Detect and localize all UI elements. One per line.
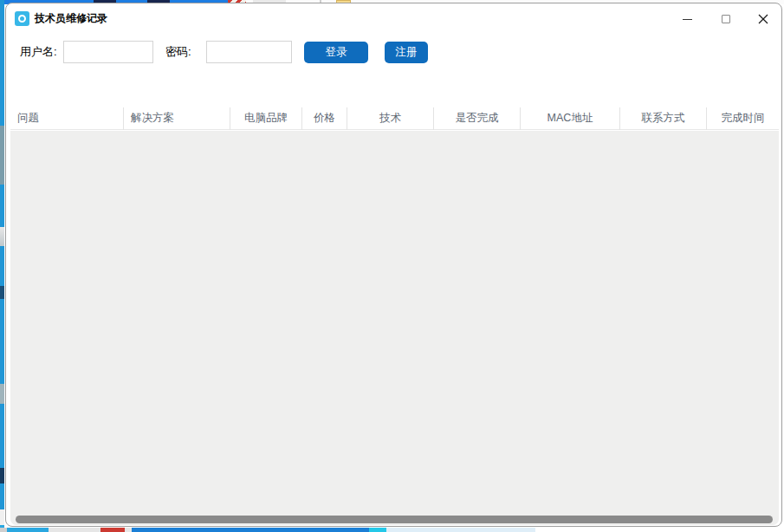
desktop: 技术员维修记录 用户名: 密码: 登录 注册 问题 解决方案 电脑品牌 价格 [0,0,784,532]
close-icon [758,14,768,24]
background-window-fragment [7,528,49,532]
column-header-problem[interactable]: 问题 [10,107,124,130]
window-title: 技术员维修记录 [35,11,107,26]
register-button[interactable]: 注册 [385,42,428,63]
background-window-fragment [386,528,535,532]
ring-icon [18,15,26,23]
background-window-fragment [0,528,7,532]
maximize-button[interactable] [711,7,741,31]
column-header-brand[interactable]: 电脑品牌 [230,107,302,130]
background-window-fragment [49,528,100,532]
column-header-price[interactable]: 价格 [302,107,347,130]
username-label: 用户名: [20,41,57,63]
titlebar[interactable]: 技术员维修记录 [6,3,781,35]
login-button[interactable]: 登录 [304,42,368,63]
close-button[interactable] [748,7,778,31]
minimize-icon [683,19,692,20]
background-window-fragment [125,528,132,532]
column-header-mac-address[interactable]: MAC地址 [521,107,620,130]
password-input[interactable] [206,41,292,63]
maximize-icon [722,15,730,23]
app-icon [15,11,29,26]
background-window-left-edge [0,0,4,532]
username-input[interactable] [63,41,153,63]
column-header-contact[interactable]: 联系方式 [620,107,707,130]
background-window-fragment [100,528,125,532]
column-header-completed[interactable]: 是否完成 [434,107,521,130]
background-window-bottom-edge [0,528,784,532]
table-header: 问题 解决方案 电脑品牌 价格 技术 是否完成 MAC地址 联系方式 完成时间 [10,107,779,130]
horizontal-scrollbar[interactable] [16,516,773,523]
background-window-fragment [132,528,369,532]
minimize-button[interactable] [672,7,702,31]
column-header-finish-time[interactable]: 完成时间 [707,107,779,130]
column-header-technology[interactable]: 技术 [347,107,434,130]
app-window: 技术员维修记录 用户名: 密码: 登录 注册 问题 解决方案 电脑品牌 价格 [5,3,782,527]
password-label: 密码: [165,41,191,63]
background-window-fragment [369,528,386,532]
table-body-empty [10,131,779,525]
column-header-solution[interactable]: 解决方案 [124,107,230,130]
